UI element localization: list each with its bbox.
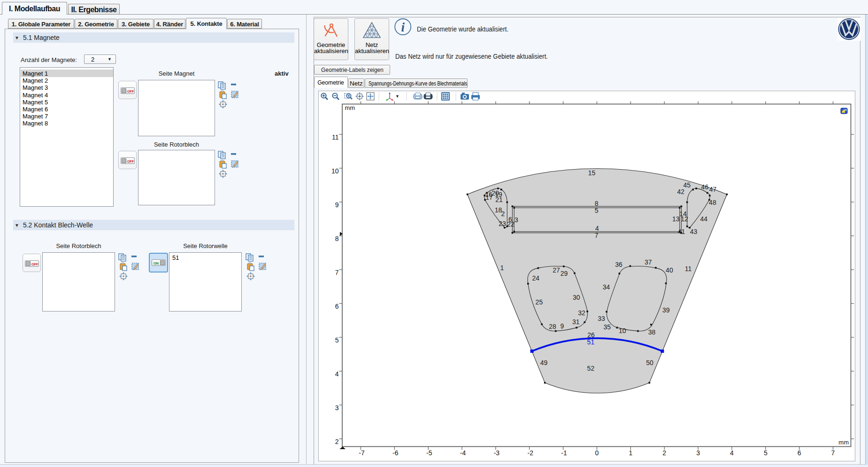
svg-text:-6: -6 (392, 449, 399, 457)
svg-text:-1: -1 (561, 449, 567, 457)
svg-text:-2: -2 (527, 449, 533, 457)
svg-text:3: 3 (335, 404, 339, 412)
svg-text:9: 9 (561, 322, 564, 330)
svg-text:40: 40 (666, 266, 673, 274)
svg-text:3: 3 (696, 449, 700, 457)
svg-text:5: 5 (335, 336, 339, 344)
svg-text:0: 0 (595, 449, 599, 457)
svg-text:52: 52 (587, 365, 595, 372)
svg-text:32: 32 (578, 309, 585, 317)
svg-text:17: 17 (485, 194, 493, 201)
svg-text:7: 7 (595, 232, 599, 239)
svg-text:30: 30 (573, 294, 580, 301)
svg-text:36: 36 (615, 261, 622, 268)
svg-text:51: 51 (587, 338, 595, 346)
svg-text:-7: -7 (359, 449, 365, 457)
svg-text:46: 46 (701, 183, 709, 191)
svg-text:47: 47 (709, 186, 717, 193)
svg-text:7: 7 (831, 449, 835, 457)
svg-text:8: 8 (335, 235, 339, 242)
svg-text:6: 6 (335, 303, 339, 310)
svg-text:-5: -5 (426, 449, 432, 457)
svg-text:24: 24 (532, 274, 539, 282)
svg-text:15: 15 (588, 169, 596, 177)
svg-text:42: 42 (677, 188, 684, 195)
svg-text:7: 7 (335, 269, 339, 276)
svg-text:1: 1 (500, 264, 504, 272)
svg-text:9: 9 (335, 201, 339, 209)
svg-text:44: 44 (700, 215, 707, 223)
svg-text:3: 3 (515, 216, 518, 224)
svg-text:28: 28 (549, 323, 556, 330)
svg-text:6: 6 (798, 449, 801, 457)
svg-text:4: 4 (595, 225, 599, 232)
svg-text:-4: -4 (460, 449, 466, 457)
svg-text:2: 2 (662, 449, 666, 457)
svg-text:11: 11 (685, 265, 692, 272)
svg-text:25: 25 (536, 298, 543, 306)
svg-text:34: 34 (603, 283, 610, 291)
svg-text:31: 31 (572, 318, 580, 326)
svg-text:29: 29 (561, 270, 568, 277)
svg-text:27: 27 (553, 266, 560, 274)
svg-text:12: 12 (681, 215, 688, 223)
svg-text:4: 4 (335, 370, 339, 378)
svg-text:8: 8 (595, 200, 599, 207)
svg-text:48: 48 (709, 199, 716, 206)
svg-text:10: 10 (331, 167, 339, 175)
svg-text:35: 35 (604, 323, 611, 331)
svg-text:23: 23 (499, 220, 506, 227)
svg-text:6: 6 (508, 216, 512, 223)
svg-text:5: 5 (764, 449, 768, 457)
svg-text:mm: mm (838, 439, 849, 446)
svg-text:50: 50 (646, 359, 653, 366)
svg-text:37: 37 (645, 258, 652, 266)
svg-text:10: 10 (619, 327, 626, 335)
svg-text:26: 26 (587, 331, 595, 339)
svg-text:-3: -3 (494, 449, 500, 457)
svg-text:1: 1 (629, 449, 633, 457)
svg-text:11: 11 (332, 133, 339, 141)
svg-text:13: 13 (672, 215, 680, 223)
svg-text:mm: mm (345, 104, 355, 111)
svg-text:41: 41 (678, 228, 685, 235)
svg-text:33: 33 (598, 315, 605, 322)
svg-text:49: 49 (540, 359, 548, 366)
svg-text:43: 43 (690, 228, 698, 235)
svg-text:2: 2 (501, 210, 505, 218)
svg-text:4: 4 (730, 449, 734, 457)
svg-text:2: 2 (335, 438, 339, 445)
svg-text:38: 38 (648, 328, 656, 336)
svg-text:21: 21 (495, 196, 503, 203)
svg-text:39: 39 (662, 306, 670, 314)
svg-text:5: 5 (595, 207, 599, 214)
